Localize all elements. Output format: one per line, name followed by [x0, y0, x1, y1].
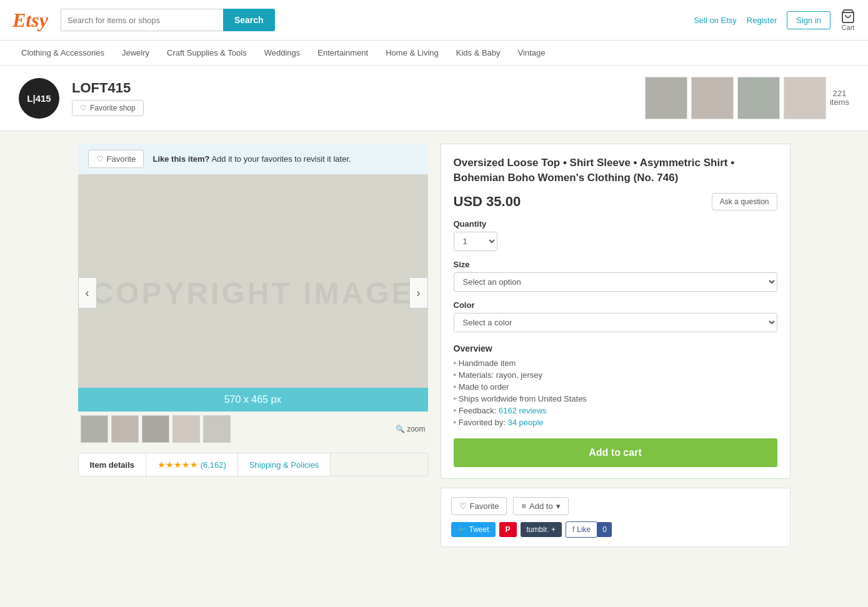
social-action-row: ♡ Favorite ≡ Add to ▾: [451, 497, 780, 515]
social-favorite-label: Favorite: [470, 501, 499, 511]
price-row: USD 35.00 Ask a question: [454, 193, 777, 210]
register-link[interactable]: Register: [747, 16, 777, 25]
product-detail: Oversized Loose Top • Shirt Sleeve • Asy…: [441, 144, 791, 547]
shop-header: L|415 LOFT415 ♡ Favorite shop 221 items: [0, 66, 868, 131]
favorite-shop-button[interactable]: ♡ Favorite shop: [72, 100, 144, 116]
pinterest-label: P: [506, 525, 511, 534]
shop-info: LOFT415 ♡ Favorite shop: [72, 80, 144, 116]
nav-item-kids[interactable]: Kids & Baby: [447, 41, 509, 65]
sign-in-button[interactable]: Sign in: [787, 11, 831, 29]
overview-list: Handmade item Materials: rayon, jersey M…: [454, 357, 777, 428]
nav-item-entertainment[interactable]: Entertainment: [309, 41, 377, 65]
overview-item-1: Handmade item: [454, 357, 777, 369]
review-count: (6,162): [201, 460, 226, 470]
feedback-link[interactable]: 6162 reviews: [499, 406, 547, 415]
image-size-label: 570 x 465 px: [78, 388, 428, 412]
overview-item-6: Favorited by: 34 people: [454, 417, 777, 428]
etsy-logo[interactable]: Etsy: [12, 9, 48, 32]
shop-logo: L|415: [19, 78, 59, 119]
thumb-4[interactable]: [172, 415, 200, 443]
tab-item-details[interactable]: Item details: [79, 453, 147, 476]
item-count-number: 221: [830, 89, 849, 98]
favorite-shop-label: Favorite shop: [90, 104, 136, 112]
fb-count: 0: [597, 522, 612, 537]
fb-like-button[interactable]: f Like: [566, 521, 597, 538]
fb-icon: f: [572, 525, 574, 534]
dropdown-icon: ▾: [556, 501, 561, 511]
sell-on-etsy-link[interactable]: Sell on Etsy: [694, 16, 737, 25]
search-input[interactable]: [61, 9, 223, 31]
thumbnail-row: [81, 415, 396, 443]
list-icon: ≡: [521, 501, 526, 511]
zoom-label: zoom: [407, 425, 425, 433]
cart-label: Cart: [842, 24, 855, 31]
pinterest-button[interactable]: P: [499, 522, 517, 537]
shop-item-count: 221 items: [830, 89, 849, 107]
favorite-bar-subtitle: Add it to your favorites to revisit it l…: [211, 154, 351, 164]
search-bar: Search: [61, 9, 275, 31]
star-rating: ★★★★★: [157, 460, 198, 470]
thumb-2[interactable]: [111, 415, 139, 443]
tab-review-stars[interactable]: ★★★★★ (6,162): [146, 453, 238, 476]
color-label: Color: [454, 300, 777, 310]
size-select[interactable]: Select an option S M L XL: [454, 272, 777, 292]
image-prev-button[interactable]: ‹: [78, 277, 97, 308]
quantity-label: Quantity: [454, 219, 777, 229]
header: Etsy Search Sell on Etsy Register Sign i…: [0, 0, 868, 41]
social-favorite-button[interactable]: ♡ Favorite: [451, 497, 507, 515]
shop-thumbnail-1[interactable]: [645, 77, 687, 119]
main-content: ♡ Favorite Like this item? Add it to you…: [59, 131, 809, 560]
nav-item-craft[interactable]: Craft Supplies & Tools: [158, 41, 256, 65]
twitter-icon: 🐦: [457, 525, 467, 534]
shop-thumbnail-3[interactable]: [737, 77, 780, 119]
header-right: Sell on Etsy Register Sign in Cart: [694, 9, 856, 31]
shop-thumbnail-2[interactable]: [691, 77, 734, 119]
product-price: USD 35.00: [454, 194, 521, 210]
nav-item-vintage[interactable]: Vintage: [509, 41, 554, 65]
social-add-label: Add to: [529, 501, 553, 511]
search-button[interactable]: Search: [223, 9, 275, 31]
tumblr-button[interactable]: tumblr. +: [521, 522, 562, 537]
nav-item-home-living[interactable]: Home & Living: [377, 41, 447, 65]
color-select[interactable]: Select a color Black Dark Green Navy: [454, 313, 777, 332]
favorite-button-label: Favorite: [107, 154, 136, 164]
heart-icon: ♡: [96, 154, 104, 164]
overview-item-4: Ships worldwide from United States: [454, 393, 777, 405]
tumblr-label: tumblr. +: [527, 525, 556, 534]
main-nav: Clothing & Accessories Jewelry Craft Sup…: [0, 41, 868, 66]
tab-shipping[interactable]: Shipping & Policies: [238, 453, 331, 476]
favorited-link[interactable]: 34 people: [507, 418, 543, 427]
fb-like-label: Like: [577, 525, 591, 534]
shop-thumbnails: 221 items: [645, 77, 849, 119]
product-image-section: ♡ Favorite Like this item? Add it to you…: [78, 144, 428, 547]
social-add-to-button[interactable]: ≡ Add to ▾: [513, 497, 568, 515]
overview-title: Overview: [454, 343, 777, 353]
shop-thumbnail-4[interactable]: [784, 77, 826, 119]
favorite-item-button[interactable]: ♡ Favorite: [88, 150, 144, 168]
nav-item-clothing[interactable]: Clothing & Accessories: [12, 41, 113, 65]
add-to-cart-button[interactable]: Add to cart: [454, 438, 777, 467]
zoom-icon: 🔍: [396, 425, 405, 433]
heart-icon: ♡: [80, 104, 87, 112]
thumb-5[interactable]: [203, 415, 231, 443]
image-next-button[interactable]: ›: [409, 277, 428, 308]
overview-item-5: Feedback: 6162 reviews: [454, 405, 777, 417]
product-card: Oversized Loose Top • Shirt Sleeve • Asy…: [441, 144, 791, 479]
size-label: Size: [454, 260, 777, 269]
nav-item-weddings[interactable]: Weddings: [256, 41, 309, 65]
tweet-button[interactable]: 🐦 Tweet: [451, 522, 496, 537]
overview-section: Overview Handmade item Materials: rayon,…: [454, 343, 777, 428]
fb-like-container: f Like 0: [566, 521, 612, 538]
quantity-select[interactable]: 1 2 3: [454, 232, 497, 251]
thumb-3[interactable]: [142, 415, 169, 443]
cart-icon[interactable]: Cart: [841, 9, 856, 31]
nav-item-jewelry[interactable]: Jewelry: [113, 41, 158, 65]
ask-question-button[interactable]: Ask a question: [712, 193, 777, 210]
product-title: Oversized Loose Top • Shirt Sleeve • Asy…: [454, 155, 777, 185]
favorite-bar: ♡ Favorite Like this item? Add it to you…: [78, 144, 428, 174]
zoom-link[interactable]: 🔍 zoom: [396, 425, 425, 433]
tabs-row: Item details ★★★★★ (6,162) Shipping & Po…: [78, 453, 428, 476]
thumb-1[interactable]: [81, 415, 108, 443]
product-image: COPYRIGHT IMAGE ‹ › 570 x 465 px: [78, 174, 428, 412]
overview-item-3: Made to order: [454, 381, 777, 393]
